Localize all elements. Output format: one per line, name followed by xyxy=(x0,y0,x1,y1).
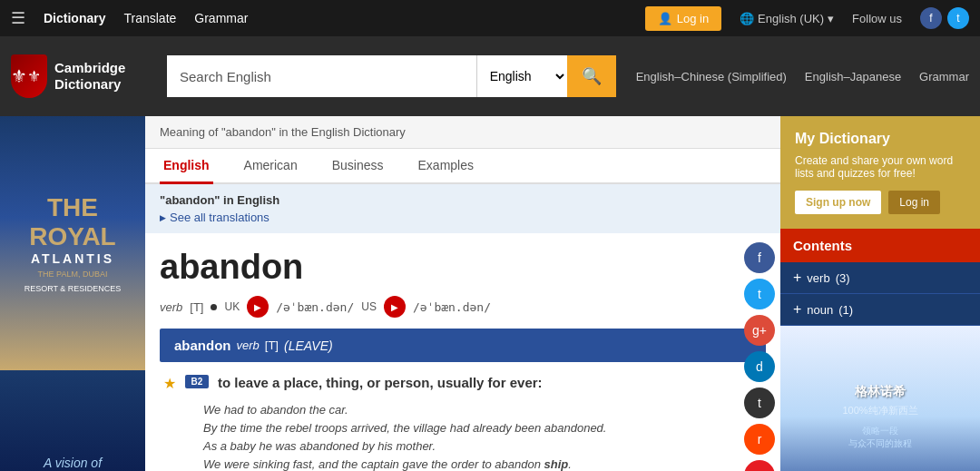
twitter-nav-icon[interactable]: t xyxy=(947,7,969,29)
share-facebook-button[interactable]: f xyxy=(744,242,775,273)
social-share-column: f t g+ d t r w xyxy=(739,233,780,471)
search-icon: 🔍 xyxy=(582,67,602,85)
uk-label: UK xyxy=(224,300,240,313)
my-dict-title: My Dictionary xyxy=(795,131,965,147)
translation-bar: "abandon" in English See all translation… xyxy=(145,184,780,233)
contents-noun[interactable]: + noun (1) xyxy=(780,294,980,326)
ad-box-1[interactable]: THE ROYAL ATLANTIS THE PALM, DUBAI RESOR… xyxy=(0,116,145,370)
search-button[interactable]: 🔍 xyxy=(567,55,616,97)
top-navbar: ☰ Dictionary Translate Grammar 👤 Log in … xyxy=(0,0,980,36)
def-header-pos: verb xyxy=(237,339,260,352)
my-dict-buttons: Sign up now Log in xyxy=(795,191,965,214)
language-selector[interactable]: 🌐 English (UK) ▾ xyxy=(740,12,834,25)
contents-title: Contents xyxy=(793,238,967,253)
word-area: abandon verb [T] UK ▶ /əˈbæn.dən/ US ▶ /… xyxy=(145,233,780,471)
example-1: We had to abandon the car. xyxy=(203,403,766,417)
tab-american[interactable]: American xyxy=(240,149,301,184)
quick-link-chinese[interactable]: English–Chinese (Simplified) xyxy=(636,70,787,83)
share-tumblr-button[interactable]: t xyxy=(744,388,775,418)
separator-dot xyxy=(211,304,217,310)
star-icon: ★ xyxy=(163,375,176,392)
nav-translate[interactable]: Translate xyxy=(123,11,176,25)
word-section: abandon verb [T] UK ▶ /əˈbæn.dən/ US ▶ /… xyxy=(145,233,780,471)
share-wechat-button[interactable]: w xyxy=(744,460,775,471)
hamburger-icon[interactable]: ☰ xyxy=(11,8,25,28)
search-input[interactable] xyxy=(167,55,476,97)
plus-icon-verb: + xyxy=(793,270,801,286)
quick-link-japanese[interactable]: English–Japanese xyxy=(805,70,901,83)
share-disqus-button[interactable]: d xyxy=(744,351,775,382)
definition-text: to leave a place, thing, or person, usua… xyxy=(218,375,543,390)
tab-examples[interactable]: Examples xyxy=(415,149,477,184)
cambridge-logo-shield: ⚜ xyxy=(11,54,47,98)
nav-dictionary[interactable]: Dictionary xyxy=(44,11,105,25)
us-label: US xyxy=(361,300,377,313)
my-dictionary-box: My Dictionary Create and share your own … xyxy=(780,116,980,229)
globe-icon: 🌐 xyxy=(740,12,754,25)
def-header-leave: (LEAVE) xyxy=(284,339,333,353)
my-dict-description: Create and share your own word lists and… xyxy=(795,154,965,180)
share-googleplus-button[interactable]: g+ xyxy=(744,315,775,346)
see-all-translations-link[interactable]: See all translations xyxy=(160,211,766,224)
right-sidebar: My Dictionary Create and share your own … xyxy=(780,116,980,471)
quick-links: English–Chinese (Simplified) English–Jap… xyxy=(636,70,969,83)
search-area: English 🔍 xyxy=(167,55,616,97)
example-2: By the time the rebel troops arrived, th… xyxy=(203,421,766,435)
dictionary-tabs: English American Business Examples xyxy=(145,149,780,184)
site-header: ⚜ Cambridge Dictionary English 🔍 English… xyxy=(0,36,980,116)
word-pos-line: verb [T] UK ▶ /əˈbæn.dən/ US ▶ /əˈbæn.də… xyxy=(160,296,766,318)
login-button[interactable]: 👤 Log in xyxy=(645,6,721,31)
nav-grammar[interactable]: Grammar xyxy=(194,11,248,25)
left-advertisement: THE ROYAL ATLANTIS THE PALM, DUBAI RESOR… xyxy=(0,116,145,471)
us-audio-button[interactable]: ▶ xyxy=(384,296,406,318)
ad-box-2[interactable]: A vision of EXCELLENCE xyxy=(0,370,145,471)
example-sentences: We had to abandon the car. By the time t… xyxy=(160,403,766,471)
def-header-bracket: [T] xyxy=(265,339,279,352)
uk-phonetic: /əˈbæn.dən/ xyxy=(276,300,354,314)
meaning-header: Meaning of "abandon" in the English Dict… xyxy=(145,116,780,149)
language-dropdown[interactable]: English xyxy=(476,55,567,97)
tab-english[interactable]: English xyxy=(160,149,213,184)
user-icon: 👤 xyxy=(658,12,672,25)
definition-header: abandon verb [T] (LEAVE) xyxy=(160,329,766,362)
uk-audio-button[interactable]: ▶ xyxy=(247,296,269,318)
quick-link-grammar[interactable]: Grammar xyxy=(919,70,969,83)
tab-business[interactable]: Business xyxy=(328,149,387,184)
chevron-down-icon: ▾ xyxy=(828,12,834,25)
social-icons-nav: f t xyxy=(920,7,969,29)
contents-box: Contents xyxy=(780,229,980,262)
word-pos: verb xyxy=(160,300,182,314)
plus-icon-noun: + xyxy=(793,301,801,318)
example-4: We were sinking fast, and the captain ga… xyxy=(203,457,766,471)
us-phonetic: /əˈbæn.dən/ xyxy=(413,300,491,314)
def-header-word: abandon xyxy=(174,338,231,353)
facebook-nav-icon[interactable]: f xyxy=(920,7,942,29)
login-small-button[interactable]: Log in xyxy=(888,191,940,214)
contents-verb[interactable]: + verb (3) xyxy=(780,262,980,294)
follow-us-label: Follow us xyxy=(852,12,902,25)
b2-badge: B2 xyxy=(185,375,209,388)
share-twitter-button[interactable]: t xyxy=(744,279,775,309)
content-wrapper: THE ROYAL ATLANTIS THE PALM, DUBAI RESOR… xyxy=(0,116,980,471)
logo-text: Cambridge Dictionary xyxy=(54,60,125,93)
main-content: Meaning of "abandon" in the English Dict… xyxy=(145,116,780,471)
logo-area[interactable]: ⚜ Cambridge Dictionary xyxy=(11,54,156,98)
definition-item: ★ B2 to leave a place, thing, or person,… xyxy=(160,375,766,392)
sign-up-now-button[interactable]: Sign up now xyxy=(795,191,881,214)
nav-links: Dictionary Translate Grammar xyxy=(44,11,248,25)
word-bracket: [T] xyxy=(190,300,203,314)
word-title: abandon xyxy=(160,248,766,287)
share-reddit-button[interactable]: r xyxy=(744,424,775,455)
right-advertisement[interactable]: 格林诺希 100%纯净新西兰 领略一段与众不同的旅程 xyxy=(780,326,980,471)
example-3: As a baby he was abandoned by his mother… xyxy=(203,439,766,453)
